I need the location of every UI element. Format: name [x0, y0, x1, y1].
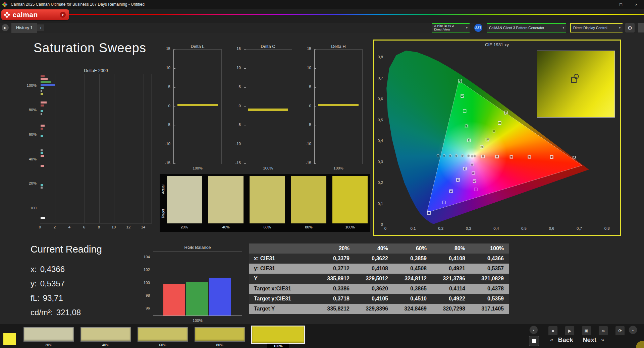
y-tick-label: 80%	[20, 108, 38, 112]
tick-mark	[244, 87, 246, 88]
patch-button-row: 20%40%60%80%100%	[0, 324, 644, 348]
y-tick-label: 102	[140, 268, 151, 272]
patch-button-60%[interactable]	[138, 327, 188, 342]
x-tick-label: 10	[109, 225, 118, 229]
y-tick-label: 40%	[20, 157, 38, 161]
y-tick-label: 100	[20, 206, 38, 210]
value-cell: 324,8469	[393, 306, 432, 312]
pattern-generator-label: CalMAN Client 3 Pattern Generator	[489, 26, 544, 30]
tick-mark	[174, 107, 175, 107]
meter-dropdown[interactable]: X-Rite i1Pro 2 Direct View ▾	[432, 23, 470, 32]
deltae-plot-area	[40, 74, 152, 223]
link-button[interactable]: ∞	[598, 326, 608, 336]
delta-bar	[318, 104, 358, 106]
current-reading-title: Current Reading	[31, 244, 102, 255]
swatch-level-label: 60%	[250, 225, 285, 229]
tick-mark	[244, 145, 246, 145]
deltae-bar	[41, 217, 45, 219]
refresh-icon: ⟳	[618, 328, 622, 333]
swatch-level-label: 20%	[167, 225, 202, 229]
y-tick-label: 104	[140, 255, 151, 259]
tick-mark	[174, 50, 175, 50]
pattern-window-button[interactable]	[529, 336, 539, 346]
rgb-balance-chart: RGB Balance 1041021009896 100%	[140, 245, 245, 325]
deltae-bar	[41, 149, 43, 151]
value-cell: 0,3379	[316, 256, 355, 262]
y-tick-label: -5	[157, 123, 171, 127]
deltae-bar	[41, 128, 43, 130]
settings-button[interactable]: ⚙	[625, 23, 635, 32]
value-cell: 0,4378	[471, 286, 509, 292]
chevron-down-icon: ▾	[560, 26, 564, 29]
patch-button-80%[interactable]	[195, 327, 245, 342]
chart-title: Delta L	[173, 44, 222, 49]
value-cell: 329,5012	[355, 276, 393, 282]
y-tick-label: 60%	[20, 132, 38, 136]
tick-mark	[174, 163, 175, 164]
value-cell: 0,3620	[355, 286, 393, 292]
patch-label: 20%	[23, 343, 74, 347]
workspace: Saturation Sweeps DeltaE 2000 100%80%60%…	[0, 33, 644, 324]
tick-mark	[315, 50, 316, 50]
stop-icon: ■	[552, 328, 554, 333]
table-row: Target x:CIE310,33860,36200,38650,41140,…	[249, 284, 509, 294]
play-button[interactable]: ▶	[565, 326, 575, 336]
collapse-left-button[interactable]: ▴	[529, 326, 538, 334]
tab-history-1[interactable]: History 1	[11, 23, 37, 33]
history-nav-button[interactable]: ▶	[2, 24, 9, 31]
collapse-right-button[interactable]: ▴	[629, 326, 637, 334]
x-tick-label: 2	[50, 225, 59, 229]
table-row: Target Y335,8212329,8396324,8469320,7298…	[249, 304, 509, 314]
pattern-generator-dropdown[interactable]: CalMAN Client 3 Pattern Generator ▾	[487, 23, 566, 32]
display-control-dropdown[interactable]: Direct Display Control ▾	[570, 23, 623, 32]
y-tick-label: 15	[157, 47, 171, 51]
next-chevron-icon[interactable]: »	[601, 337, 604, 343]
tick-mark	[174, 87, 175, 88]
x-tick-label: 0,6	[547, 226, 556, 230]
chart-title: CIE 1931 xy	[374, 42, 620, 47]
patch-button-40%[interactable]	[80, 327, 131, 342]
row-label-cell: Y	[249, 276, 316, 282]
patch-button-100%[interactable]	[251, 326, 305, 344]
y-tick-label: 5	[298, 85, 312, 89]
y-tick-label: 10	[227, 66, 242, 70]
next-button[interactable]: Next	[583, 336, 596, 344]
red-bar	[163, 284, 185, 316]
x-tick-label: 0,3	[464, 226, 473, 230]
back-chevron-icon[interactable]: «	[550, 337, 553, 343]
results-table: 20%40%60%80%100%x: CIE310,33790,36220,38…	[249, 243, 509, 314]
y-tick-label: 5	[157, 85, 171, 89]
value-cell: 0,3718	[316, 296, 355, 302]
add-tab-button[interactable]: +	[37, 24, 44, 31]
deltae-bar	[41, 93, 43, 95]
minimize-button[interactable]: –	[598, 0, 613, 9]
tab-bar: ▶ History 1 + X-Rite i1Pro 2 Direct View…	[0, 23, 644, 33]
refresh-button[interactable]: ⟳	[615, 326, 625, 336]
table-header-cell: 60%	[393, 246, 432, 252]
swatch-80%	[291, 176, 326, 223]
calman-menu-button[interactable]: calman ▾	[1, 9, 69, 20]
deltae-bar	[41, 113, 42, 115]
gridline	[144, 74, 144, 223]
inset-target-marker	[571, 77, 577, 83]
value-cell: 0,4366	[471, 256, 509, 262]
patch-button-20%[interactable]	[23, 327, 74, 342]
play-icon: ▶	[568, 328, 572, 333]
y-tick-label: 15	[298, 47, 312, 51]
plot-area	[153, 251, 242, 316]
deltae-bar	[41, 90, 42, 92]
calman-diamond-icon	[4, 11, 10, 18]
back-button[interactable]: Back	[558, 336, 573, 344]
x-tick-label: 0	[35, 225, 45, 229]
deltae-bar	[41, 84, 55, 86]
save-button[interactable]: ▣	[582, 326, 591, 336]
value-cell: 329,8396	[355, 306, 393, 312]
table-header-cell: 20%	[316, 246, 355, 252]
stop-button[interactable]: ■	[548, 326, 558, 336]
close-button[interactable]: ×	[629, 0, 644, 9]
gridline	[99, 74, 100, 223]
maximize-button[interactable]: □	[613, 0, 629, 9]
meter-status-badge: 237	[474, 24, 482, 32]
edge-partial-button[interactable]	[638, 23, 644, 32]
y-tick-label: 0,5	[375, 118, 384, 122]
